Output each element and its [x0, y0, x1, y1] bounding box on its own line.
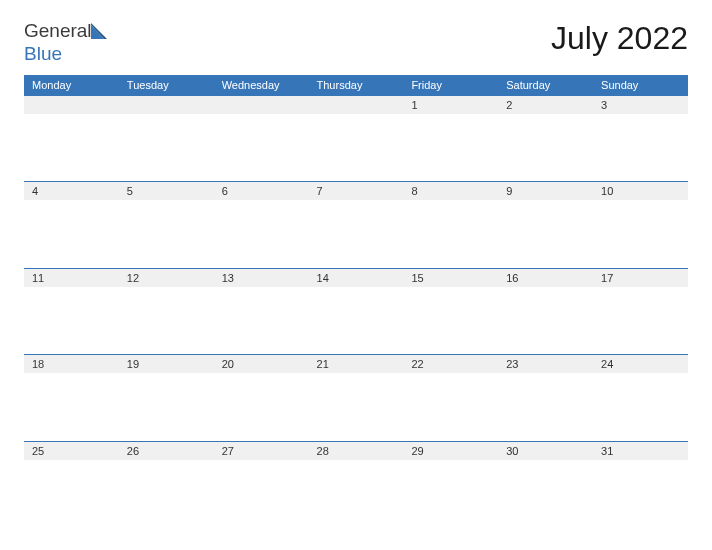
- day-number: 8: [403, 182, 498, 201]
- day-number: 19: [119, 355, 214, 374]
- day-number: 21: [309, 355, 404, 374]
- day-number: 11: [24, 268, 119, 287]
- brand-logo: GeneralBlue: [24, 20, 108, 65]
- day-number: 6: [214, 182, 309, 201]
- day-space: [403, 460, 498, 528]
- day-space: [214, 460, 309, 528]
- week-number-row: 11121314151617: [24, 268, 688, 287]
- weekday-header-row: Monday Tuesday Wednesday Thursday Friday…: [24, 75, 688, 96]
- weekday-header: Tuesday: [119, 75, 214, 96]
- day-number: 5: [119, 182, 214, 201]
- day-space: [309, 460, 404, 528]
- week-space-row: [24, 373, 688, 441]
- day-space: [24, 287, 119, 355]
- day-space: [119, 373, 214, 441]
- day-number: 17: [593, 268, 688, 287]
- day-number: 4: [24, 182, 119, 201]
- day-space: [309, 200, 404, 268]
- day-space: [498, 200, 593, 268]
- day-space: [309, 114, 404, 182]
- day-number: 2: [498, 95, 593, 114]
- day-number: 22: [403, 355, 498, 374]
- day-space: [593, 114, 688, 182]
- day-number: 14: [309, 268, 404, 287]
- calendar-header: GeneralBlue July 2022: [24, 20, 688, 65]
- day-number: 20: [214, 355, 309, 374]
- day-number: 10: [593, 182, 688, 201]
- day-space: [119, 200, 214, 268]
- weekday-header: Thursday: [309, 75, 404, 96]
- day-number: 13: [214, 268, 309, 287]
- day-space: [498, 114, 593, 182]
- day-number: 26: [119, 441, 214, 460]
- day-number: 28: [309, 441, 404, 460]
- day-space: [214, 114, 309, 182]
- day-number: 16: [498, 268, 593, 287]
- day-space: [119, 287, 214, 355]
- calendar-grid: Monday Tuesday Wednesday Thursday Friday…: [24, 75, 688, 528]
- day-number: 27: [214, 441, 309, 460]
- logo-word-blue: Blue: [24, 43, 62, 64]
- day-space: [498, 373, 593, 441]
- day-number: 30: [498, 441, 593, 460]
- logo-text: GeneralBlue: [24, 20, 108, 65]
- day-space: [309, 373, 404, 441]
- week-space-row: [24, 287, 688, 355]
- day-space: [309, 287, 404, 355]
- day-number: 12: [119, 268, 214, 287]
- day-number: [214, 95, 309, 114]
- day-number: 3: [593, 95, 688, 114]
- week-space-row: [24, 460, 688, 528]
- week-space-row: [24, 200, 688, 268]
- logo-word-general: General: [24, 20, 92, 41]
- week-number-row: 25262728293031: [24, 441, 688, 460]
- day-space: [24, 460, 119, 528]
- day-space: [24, 373, 119, 441]
- day-space: [593, 373, 688, 441]
- day-number: 15: [403, 268, 498, 287]
- day-space: [403, 373, 498, 441]
- week-number-row: 123: [24, 95, 688, 114]
- day-space: [593, 287, 688, 355]
- day-number: 18: [24, 355, 119, 374]
- day-space: [214, 373, 309, 441]
- week-number-row: 45678910: [24, 182, 688, 201]
- day-number: 24: [593, 355, 688, 374]
- weekday-header: Wednesday: [214, 75, 309, 96]
- weekday-header: Friday: [403, 75, 498, 96]
- day-space: [214, 287, 309, 355]
- day-space: [593, 460, 688, 528]
- day-space: [119, 460, 214, 528]
- week-number-row: 18192021222324: [24, 355, 688, 374]
- weekday-header: Monday: [24, 75, 119, 96]
- day-number: 23: [498, 355, 593, 374]
- day-number: 25: [24, 441, 119, 460]
- day-space: [24, 200, 119, 268]
- weekday-header: Saturday: [498, 75, 593, 96]
- day-number: 9: [498, 182, 593, 201]
- day-number: [119, 95, 214, 114]
- day-number: 31: [593, 441, 688, 460]
- month-year-title: July 2022: [551, 20, 688, 57]
- day-number: 29: [403, 441, 498, 460]
- day-space: [403, 287, 498, 355]
- day-number: 7: [309, 182, 404, 201]
- week-space-row: [24, 114, 688, 182]
- day-space: [498, 287, 593, 355]
- logo-sail-icon: [90, 23, 108, 43]
- day-space: [119, 114, 214, 182]
- day-space: [403, 200, 498, 268]
- day-number: 1: [403, 95, 498, 114]
- weekday-header: Sunday: [593, 75, 688, 96]
- day-number: [24, 95, 119, 114]
- day-space: [214, 200, 309, 268]
- day-number: [309, 95, 404, 114]
- day-space: [593, 200, 688, 268]
- day-space: [498, 460, 593, 528]
- day-space: [24, 114, 119, 182]
- day-space: [403, 114, 498, 182]
